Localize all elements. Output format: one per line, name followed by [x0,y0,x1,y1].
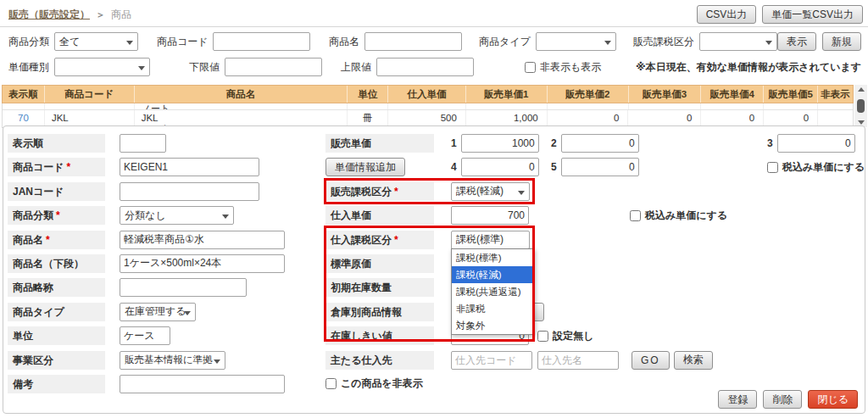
product-detail-panel: 表示順 商品コード* JANコード 商品分類* 分類なし 商品名* [3,125,865,414]
product-name-input[interactable] [120,231,285,249]
table-scrollbar[interactable] [854,85,867,127]
valid-price-note: ※本日現在、有効な単価情報が表示されています [636,60,861,75]
product-code-row: 商品コード* [8,158,323,176]
scroll-up-icon[interactable] [858,87,865,92]
price4-number: 4 [451,161,457,173]
purchase-tax-included-checkbox-group: 税込み単価にする [630,206,727,225]
required-mark: * [394,186,398,198]
unit-input[interactable] [120,326,170,345]
sales-price-1-input[interactable] [461,134,539,153]
product-code-label: 商品コード [13,161,64,173]
price-list-csv-export-button[interactable]: 単価一覧CSV出力 [762,5,863,24]
short-name-input[interactable] [120,278,247,297]
sales-tax-division-select[interactable]: 課税(軽減) [451,182,530,201]
sales-price-label: 販売単価 [326,134,434,153]
purchase-tax-division-select[interactable]: 課税(標準) [451,231,530,249]
sales-price-2-input[interactable] [561,134,639,153]
required-mark: * [56,209,60,221]
jan-code-input[interactable] [120,182,259,201]
chevron-down-icon [765,41,772,45]
dropdown-option-common-return[interactable]: 課税(共通返還) [452,283,534,300]
sales-tax-division-label: 販売課税区分 [331,186,392,198]
close-button[interactable]: 閉じる [808,390,858,409]
category-select[interactable]: 分類なし [120,206,234,225]
no-setting-checkbox[interactable] [537,331,548,342]
top-bar: 販売（販売設定） ＞ 商品 CSV出力 単価一覧CSV出力 [8,3,863,25]
no-setting-label: 設定無し [553,329,593,343]
new-button[interactable]: 新規 [822,32,861,51]
show-hidden-checkbox[interactable] [525,62,536,73]
col-header-unit: 単位 [348,86,388,103]
product-name2-input[interactable] [120,254,285,273]
supplier-name-input[interactable] [537,351,619,370]
add-price-row: 単価情報追加 4 5 税込み単価にする [326,158,861,176]
supplier-code-input[interactable] [451,351,532,370]
product-code-input[interactable] [120,158,259,176]
purchase-price-input[interactable] [451,206,529,225]
sales-price-4-input[interactable] [461,158,539,176]
col-header-sales-price-5: 販売単価5 [764,86,818,103]
jan-code-label: JANコード [8,182,105,201]
product-type-value: 在庫管理する [125,304,186,319]
remarks-row: 備考 [8,375,323,393]
product-name2-row: 商品名（下段） [8,254,323,273]
filter-row-1: 商品分類 全て 商品コード 商品名 商品タイプ 販売課税区分 表示 新規 [8,32,861,51]
dropdown-option-not-applicable[interactable]: 対象外 [452,317,534,334]
remarks-label: 備考 [8,375,105,393]
display-order-input[interactable] [120,134,166,153]
table-row-partial[interactable]: ノート [3,103,853,109]
register-button[interactable]: 登録 [718,390,757,409]
sales-price-5-input[interactable] [561,158,639,176]
show-button[interactable]: 表示 [777,32,816,51]
business-division-select[interactable]: 販売基本情報に準拠 [120,351,225,370]
chevron-down-icon [518,191,525,195]
filter-upper-limit-label: 上限値 [336,60,371,75]
col-header-hidden: 非表示 [818,86,853,103]
chevron-down-icon [126,41,133,45]
breadcrumb-separator: ＞ [96,8,105,21]
filter-category-select[interactable]: 全て [54,32,138,51]
filter-lower-limit-input[interactable] [225,58,322,76]
purchase-tax-included-label: 税込み単価にする [645,209,727,223]
dropdown-option-standard[interactable]: 課税(標準) [452,249,534,266]
standard-cost-label: 標準原価 [326,254,434,273]
price1-number: 1 [451,137,457,149]
display-order-link[interactable]: 70 [18,113,29,123]
sales-price-3-input[interactable] [777,134,855,153]
filter-upper-limit-input[interactable] [376,58,474,76]
col-header-sales-price-3: 販売単価3 [629,86,702,103]
remarks-input[interactable] [120,375,285,393]
filter-code-input[interactable] [213,32,310,51]
go-button[interactable]: GO [632,351,670,370]
filter-sales-tax-select[interactable] [699,32,777,51]
delete-button[interactable]: 削除 [763,390,802,409]
filter-name-input[interactable] [364,32,462,51]
filter-lower-limit-label: 下限値 [169,60,220,75]
breadcrumb-parent-link[interactable]: 販売（販売設定） [8,8,90,22]
dropdown-option-tax-free[interactable]: 非課税 [452,300,534,317]
add-price-info-button[interactable]: 単価情報追加 [326,158,405,176]
col-header-product-code: 商品コード [45,86,135,103]
filter-category-label: 商品分類 [8,35,49,49]
initial-stock-label: 初期在庫数量 [326,278,434,297]
csv-export-button[interactable]: CSV出力 [697,5,757,24]
sales-tax-included-checkbox[interactable] [767,162,778,173]
product-type-select[interactable]: 在庫管理する [120,303,196,321]
price3-number: 3 [767,137,773,149]
product-name2-label: 商品名（下段） [8,254,105,273]
filter-type-select[interactable] [536,32,616,51]
required-mark: * [394,234,398,246]
supplier-search-button[interactable]: 検索 [674,351,713,370]
purchase-price-label: 仕入単価 [326,206,434,225]
scroll-down-icon[interactable] [858,120,865,125]
hide-product-checkbox[interactable] [326,378,337,389]
required-mark: * [67,161,71,173]
filter-price-type-select[interactable] [54,58,150,76]
scrollbar-thumb[interactable] [857,99,865,113]
unit-label: 単位 [8,326,105,345]
required-mark: * [46,234,50,246]
purchase-tax-division-value: 課税(標準) [456,232,504,247]
price2-number: 2 [551,137,557,149]
purchase-tax-included-checkbox[interactable] [630,210,641,221]
dropdown-option-reduced[interactable]: 課税(軽減) [452,266,534,283]
